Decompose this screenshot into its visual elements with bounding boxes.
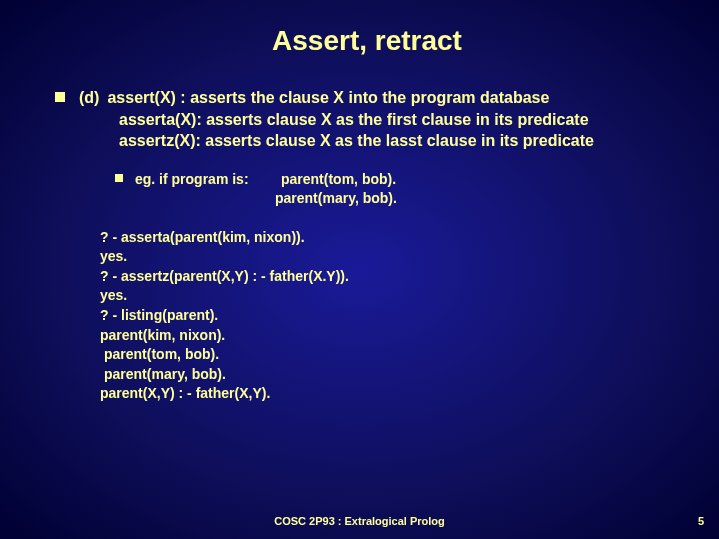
footer-text: COSC 2P93 : Extralogical Prolog <box>0 515 719 527</box>
main-bullet: (d) assert(X) : asserts the clause X int… <box>55 87 679 152</box>
line1: assert(X) : asserts the clause X into th… <box>107 87 549 109</box>
ex-line: yes. <box>100 286 679 306</box>
bullet-icon <box>115 174 123 182</box>
ex-line: parent(tom, bob). <box>100 345 679 365</box>
ex-line: parent(mary, bob). <box>100 365 679 385</box>
eg-intro: eg. if program is: <box>135 170 275 208</box>
eg-p1: parent(tom, bob). <box>275 170 397 189</box>
slide: Assert, retract (d) assert(X) : asserts … <box>0 0 719 539</box>
page-number: 5 <box>698 515 704 527</box>
label-d: (d) <box>79 87 99 109</box>
slide-title: Assert, retract <box>55 25 679 57</box>
example-block: ? - asserta(parent(kim, nixon)). yes. ? … <box>55 228 679 404</box>
bullet-icon <box>55 92 65 102</box>
eg-p2: parent(mary, bob). <box>275 189 397 208</box>
ex-line: ? - asserta(parent(kim, nixon)). <box>100 228 679 248</box>
line3: assertz(X): asserts clause X as the lass… <box>79 130 594 152</box>
main-content: (d) assert(X) : asserts the clause X int… <box>79 87 594 152</box>
ex-line: parent(kim, nixon). <box>100 326 679 346</box>
eg-block: eg. if program is: parent(tom, bob). par… <box>55 170 679 208</box>
ex-line: ? - assertz(parent(X,Y) : - father(X.Y))… <box>100 267 679 287</box>
ex-line: ? - listing(parent). <box>100 306 679 326</box>
ex-line: parent(X,Y) : - father(X,Y). <box>100 384 679 404</box>
ex-line: yes. <box>100 247 679 267</box>
line2: asserta(X): asserts clause X as the firs… <box>79 109 594 131</box>
eg-content: eg. if program is: parent(tom, bob). par… <box>135 170 397 208</box>
